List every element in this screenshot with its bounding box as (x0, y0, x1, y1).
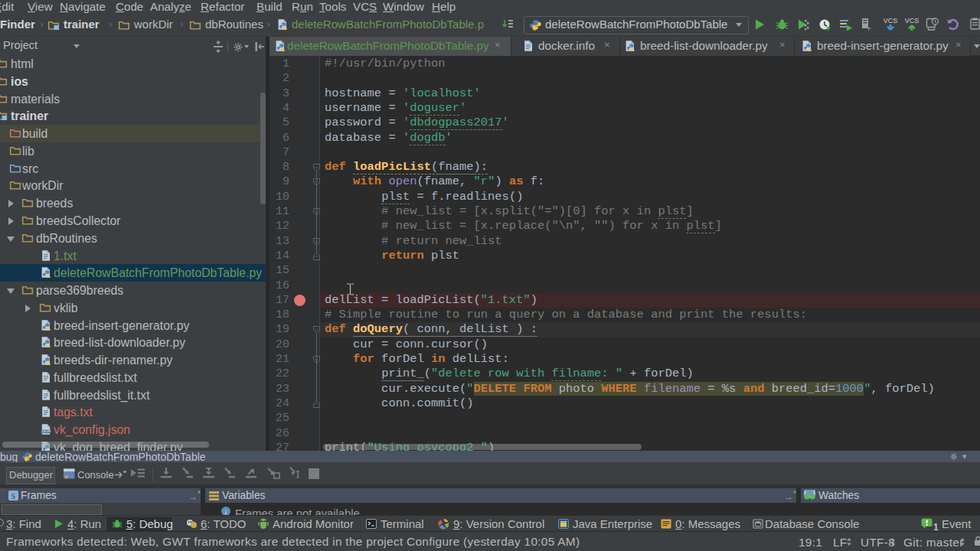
svg-text:S: S (11, 493, 15, 500)
svg-text:VCS: VCS (905, 17, 920, 24)
svg-text:JSON: JSON (41, 429, 51, 433)
svg-text:VCS: VCS (884, 17, 898, 24)
